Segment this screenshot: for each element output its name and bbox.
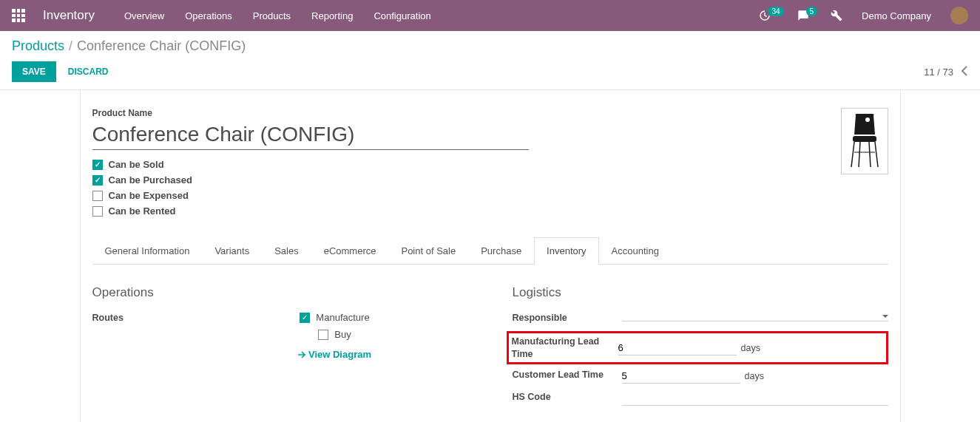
route-buy-label: Buy — [334, 329, 351, 340]
product-flags: ✓ Can be Sold ✓ Can be Purchased Can be … — [92, 159, 841, 217]
flag-sold: ✓ Can be Sold — [92, 159, 841, 170]
product-image[interactable] — [841, 108, 888, 174]
chair-icon — [845, 112, 884, 170]
flag-expensed-checkbox[interactable] — [92, 191, 103, 201]
tab-inventory[interactable]: Inventory — [534, 237, 598, 264]
route-manufacture-checkbox[interactable]: ✓ — [300, 313, 310, 323]
form-tabs: General Information Variants Sales eComm… — [92, 237, 888, 265]
tab-purchase[interactable]: Purchase — [468, 237, 534, 264]
flag-rented-checkbox[interactable] — [92, 206, 103, 217]
flag-sold-label: Can be Sold — [109, 159, 164, 170]
nav-products[interactable]: Products — [253, 10, 291, 21]
flag-purchased-checkbox[interactable]: ✓ — [92, 175, 103, 186]
flag-sold-checkbox[interactable]: ✓ — [92, 160, 103, 170]
pager-prev-icon[interactable] — [961, 66, 968, 78]
svg-line-3 — [875, 142, 878, 167]
messages-badge: 5 — [806, 7, 818, 16]
app-brand[interactable]: Inventory — [43, 8, 95, 23]
nav-configuration[interactable]: Configuration — [374, 10, 430, 21]
flag-rented: Can be Rented — [92, 205, 841, 217]
mfg-lead-input[interactable] — [618, 341, 737, 355]
nav-reporting[interactable]: Reporting — [311, 10, 353, 21]
nav-operations[interactable]: Operations — [185, 10, 232, 21]
nav-right: 34 5 Demo Company — [759, 7, 968, 24]
logistics-title: Logistics — [513, 285, 888, 300]
tab-pos[interactable]: Point of Sale — [388, 237, 468, 264]
operations-section: Operations Routes ✓ Manufacture Buy View… — [92, 285, 468, 413]
hs-code-label: HS Code — [513, 391, 622, 406]
flag-purchased-label: Can be Purchased — [109, 174, 192, 186]
flag-expensed: Can be Expensed — [92, 190, 841, 201]
flag-purchased: ✓ Can be Purchased — [92, 174, 841, 186]
tab-general[interactable]: General Information — [92, 237, 203, 264]
view-diagram-link[interactable]: View Diagram — [298, 349, 371, 360]
mfg-lead-unit: days — [741, 343, 760, 353]
svg-rect-1 — [853, 136, 876, 142]
breadcrumb-current: Conference Chair (CONFIG) — [77, 38, 246, 54]
flag-expensed-label: Can be Expensed — [109, 190, 189, 201]
operations-title: Operations — [92, 285, 468, 300]
activity-badge: 34 — [768, 7, 783, 16]
cust-lead-label: Customer Lead Time — [513, 369, 622, 384]
tab-variants[interactable]: Variants — [202, 237, 262, 264]
tab-ecommerce[interactable]: eCommerce — [311, 237, 389, 264]
tab-sales[interactable]: Sales — [262, 237, 311, 264]
form-main: Product Name ✓ Can be Sold ✓ Can be Purc… — [80, 90, 901, 422]
responsible-label: Responsible — [513, 312, 622, 324]
apps-icon[interactable] — [12, 9, 25, 22]
arrow-right-icon — [298, 351, 305, 358]
cust-lead-input[interactable] — [622, 369, 740, 384]
routes-label: Routes — [92, 312, 202, 360]
save-button[interactable]: SAVE — [12, 61, 56, 82]
product-name-input[interactable] — [92, 123, 529, 150]
tab-accounting[interactable]: Accounting — [599, 237, 672, 264]
breadcrumb-root[interactable]: Products — [12, 38, 64, 54]
pager: 11 / 73 — [924, 66, 968, 78]
pager-text: 11 / 73 — [924, 67, 953, 78]
avatar[interactable] — [950, 7, 968, 24]
nav-menu: Overview Operations Products Reporting C… — [124, 10, 759, 21]
mfg-lead-highlight: Manufacturing Lead Time days — [507, 331, 888, 364]
nav-overview[interactable]: Overview — [124, 10, 164, 21]
top-navbar: Inventory Overview Operations Products R… — [0, 0, 980, 31]
product-name-label: Product Name — [92, 108, 841, 118]
responsible-select[interactable] — [622, 315, 888, 321]
breadcrumb-sep: / — [69, 38, 72, 54]
svg-line-4 — [859, 142, 860, 167]
svg-point-0 — [865, 118, 870, 122]
svg-line-2 — [851, 142, 854, 167]
mfg-lead-label: Manufacturing Lead Time — [512, 336, 618, 360]
control-bar: Products / Conference Chair (CONFIG) SAV… — [0, 31, 980, 90]
tools-icon[interactable] — [831, 10, 842, 21]
tab-body-inventory: Operations Routes ✓ Manufacture Buy View… — [92, 265, 888, 413]
logistics-section: Logistics Responsible Manufacturing Lead… — [513, 285, 888, 413]
svg-line-5 — [869, 142, 871, 167]
discard-button[interactable]: DISCARD — [68, 67, 109, 77]
cust-lead-unit: days — [745, 371, 764, 381]
messages-icon[interactable]: 5 — [797, 10, 818, 21]
breadcrumb: Products / Conference Chair (CONFIG) — [12, 38, 968, 54]
route-manufacture: ✓ Manufacture — [300, 312, 369, 323]
route-buy: Buy — [318, 329, 351, 340]
company-name[interactable]: Demo Company — [862, 10, 931, 21]
activity-icon[interactable]: 34 — [759, 10, 783, 21]
route-buy-checkbox[interactable] — [318, 330, 328, 340]
hs-code-input[interactable] — [622, 391, 888, 406]
flag-rented-label: Can be Rented — [109, 205, 176, 217]
route-manufacture-label: Manufacture — [316, 312, 369, 323]
chevron-down-icon — [882, 315, 888, 318]
